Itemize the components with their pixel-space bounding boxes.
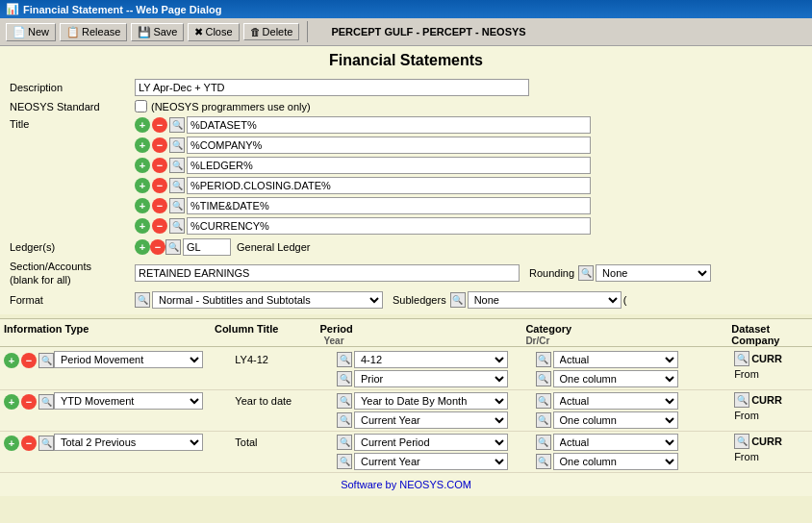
title-remove-1[interactable]: − [152, 137, 167, 153]
row2-remove[interactable]: − [21, 394, 37, 410]
row2-dataset-0: 🔍 CURR [734, 392, 808, 408]
title-search-2[interactable]: 🔍 [169, 158, 185, 173]
col-header-info: Information Type [4, 323, 215, 346]
row1-period-search-0[interactable]: 🔍 [337, 352, 352, 367]
row3-cat-search-0[interactable]: 🔍 [536, 435, 551, 450]
row1-remove[interactable]: − [21, 353, 37, 368]
title-remove-0[interactable]: − [152, 117, 167, 133]
format-label: Format [10, 294, 135, 306]
title-remove-5[interactable]: − [152, 218, 167, 234]
row3-type-select[interactable]: Total 2 Previous [54, 434, 203, 451]
row3-period-select-1[interactable]: Current Year [354, 453, 508, 470]
row1-cat-search-1[interactable]: 🔍 [536, 371, 551, 386]
col-header-title: Column Title [215, 323, 319, 346]
title-input-0[interactable] [187, 116, 591, 134]
row1-type-select[interactable]: Period Movement [54, 351, 203, 368]
title-remove-3[interactable]: − [152, 178, 167, 193]
row3-add[interactable]: + [4, 436, 19, 451]
title-input-5[interactable] [187, 217, 591, 235]
subledgers-search[interactable]: 🔍 [450, 292, 466, 308]
row2-type-select[interactable]: YTD Movement [54, 392, 203, 410]
row2-cat-select-1[interactable]: One column [553, 411, 678, 429]
row1-dataset-1: From [734, 368, 808, 380]
row1-cat-0: 🔍 Actual [536, 351, 735, 368]
save-button[interactable]: 💾 Save [131, 23, 184, 41]
row3-period-search-1[interactable]: 🔍 [337, 454, 352, 469]
row1-search[interactable]: 🔍 [38, 353, 54, 368]
row2-dataset-search-0[interactable]: 🔍 [734, 392, 749, 408]
title-search-0[interactable]: 🔍 [169, 117, 185, 133]
ledger-remove[interactable]: − [150, 239, 165, 255]
row1-dataset-0: 🔍 CURR [734, 351, 808, 366]
close-button[interactable]: ✖ Close [188, 23, 239, 41]
format-row: Format 🔍 Normal - Subtitles and Subtotal… [10, 291, 802, 309]
title-search-5[interactable]: 🔍 [169, 218, 185, 234]
row3-search[interactable]: 🔍 [38, 436, 54, 451]
row3-cat-search-1[interactable]: 🔍 [536, 454, 551, 469]
row1-add[interactable]: + [4, 353, 19, 368]
title-add-3[interactable]: + [135, 178, 150, 193]
row3-dataset-search-0[interactable]: 🔍 [734, 434, 749, 449]
title-input-2[interactable] [187, 157, 591, 174]
ledger-search[interactable]: 🔍 [165, 239, 181, 255]
row2-period-search-1[interactable]: 🔍 [337, 412, 352, 428]
title-search-4[interactable]: 🔍 [169, 198, 185, 213]
neosys-standard-checkbox-row: (NEOSYS programmers use only) [135, 100, 311, 112]
row2-add[interactable]: + [4, 394, 19, 410]
title-input-1[interactable] [187, 137, 591, 154]
row2-title: Year to date [235, 392, 337, 407]
delete-button[interactable]: 🗑 Delete [243, 23, 300, 40]
row2-period-select-0[interactable]: Year to Date By Month [354, 392, 508, 410]
row3-cat-0: 🔍 Actual [536, 434, 735, 451]
title-add-2[interactable]: + [135, 158, 150, 173]
section-input[interactable] [135, 264, 520, 282]
row2-cat-select-0[interactable]: Actual [553, 392, 678, 410]
title-add-1[interactable]: + [135, 137, 150, 153]
new-button[interactable]: 📄 New [6, 23, 56, 41]
row3-remove[interactable]: − [21, 436, 37, 451]
row3-cat-select-0[interactable]: Actual [553, 434, 678, 451]
release-button[interactable]: 📋 Release [60, 23, 127, 41]
ledger-add[interactable]: + [135, 239, 150, 255]
rounding-search[interactable]: 🔍 [578, 265, 594, 281]
row1-period-search-1[interactable]: 🔍 [337, 371, 352, 386]
company-label: PERCEPT GULF - PERCEPT - NEOSYS [331, 26, 525, 37]
neosys-standard-checkbox[interactable] [135, 100, 147, 112]
title-input-3[interactable] [187, 177, 591, 194]
description-input[interactable] [135, 79, 529, 96]
row2-cat-search-1[interactable]: 🔍 [536, 412, 551, 428]
row3-period-search-0[interactable]: 🔍 [337, 435, 352, 450]
title-search-3[interactable]: 🔍 [169, 178, 185, 193]
title-input-4[interactable] [187, 197, 591, 214]
title-search-1[interactable]: 🔍 [169, 137, 185, 153]
neosys-standard-row: NEOSYS Standard (NEOSYS programmers use … [10, 100, 802, 112]
title-add-0[interactable]: + [135, 117, 150, 133]
row2-period-select-1[interactable]: Current Year [354, 411, 508, 429]
row2-cat-search-0[interactable]: 🔍 [536, 393, 551, 409]
title-remove-2[interactable]: − [152, 158, 167, 173]
row1-cat-search-0[interactable]: 🔍 [536, 352, 551, 367]
row2-search[interactable]: 🔍 [38, 394, 54, 410]
row1-cat-1: 🔍 One column [536, 370, 735, 387]
row1-period-select-1[interactable]: Prior [354, 370, 508, 387]
title-add-5[interactable]: + [135, 218, 150, 234]
row3-info: Total 2 Previous [54, 434, 235, 451]
row1-period-select-0[interactable]: 4-12 [354, 351, 508, 368]
close-icon: ✖ [194, 26, 203, 38]
format-search[interactable]: 🔍 [135, 292, 150, 308]
row1-cat-select-0[interactable]: Actual [553, 351, 678, 368]
row2-period-search-0[interactable]: 🔍 [337, 393, 352, 409]
table-row-1: + − 🔍 Period Movement LY4-12 🔍 4-12 🔍 Pr… [0, 349, 812, 390]
title-add-4[interactable]: + [135, 198, 150, 213]
row1-period-0: 🔍 4-12 [337, 351, 536, 368]
row3-period-select-0[interactable]: Current Period [354, 434, 508, 451]
ledger-code-input[interactable] [183, 238, 231, 256]
row3-dataset: 🔍 CURR From [734, 434, 808, 462]
row1-dataset-search-0[interactable]: 🔍 [734, 351, 749, 366]
row3-cat-select-1[interactable]: One column [553, 453, 678, 470]
rounding-select[interactable]: None [596, 264, 711, 282]
row1-cat-select-1[interactable]: One column [553, 370, 678, 387]
subledgers-select[interactable]: None [468, 291, 622, 309]
format-select[interactable]: Normal - Subtitles and Subtotals [152, 291, 383, 309]
title-remove-4[interactable]: − [152, 198, 167, 213]
